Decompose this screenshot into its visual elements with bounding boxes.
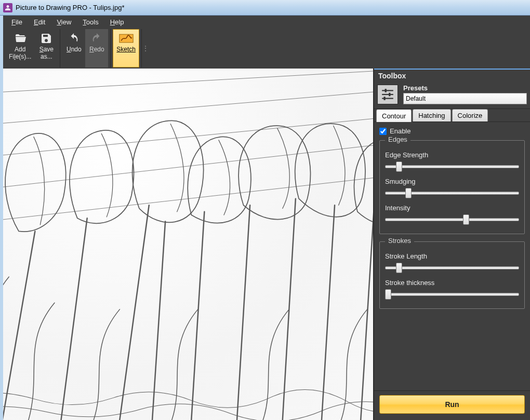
- field-intensity: Intensity: [385, 204, 519, 224]
- redo-label: Redo: [89, 46, 104, 53]
- main-split: Toolbox Presets Default Cont: [3, 69, 530, 420]
- enable-checkbox[interactable]: [379, 128, 387, 135]
- save-icon: [39, 32, 54, 45]
- group-edges-legend: Edges: [385, 136, 410, 143]
- sliders-icon: [381, 88, 394, 101]
- group-strokes: Strokes Stroke Length Stroke thickness: [379, 241, 525, 309]
- slider-intensity[interactable]: [385, 214, 519, 224]
- add-files-label: Add File(s)...: [9, 46, 31, 61]
- run-row: Run: [374, 390, 530, 420]
- menu-file[interactable]: File: [6, 17, 28, 27]
- preset-select[interactable]: Default: [403, 93, 527, 104]
- folder-open-icon: [13, 32, 28, 45]
- tab-contour[interactable]: Contour: [376, 110, 412, 122]
- toolbox-pane: Toolbox Presets Default Cont: [373, 69, 530, 420]
- run-button[interactable]: Run: [379, 395, 525, 414]
- redo-icon: [89, 32, 104, 45]
- svg-rect-17: [382, 93, 393, 94]
- field-stroke-thickness: Stroke thickness: [385, 279, 519, 299]
- presets-label: Presets: [403, 84, 527, 92]
- slider-smudging[interactable]: [385, 187, 519, 198]
- sketch-label: Sketch: [116, 46, 136, 53]
- slider-stroke-thickness[interactable]: [385, 289, 519, 299]
- toolbar-grip[interactable]: [144, 29, 147, 67]
- label-stroke-length: Stroke Length: [385, 252, 519, 260]
- redo-button[interactable]: Redo: [85, 29, 108, 67]
- save-as-button[interactable]: Save as...: [35, 29, 58, 67]
- save-as-label: Save as...: [39, 46, 54, 61]
- undo-icon: [67, 32, 81, 45]
- enable-label: Enable: [390, 127, 410, 135]
- undo-label: Undo: [67, 46, 82, 53]
- svg-line-3: [3, 114, 373, 160]
- window-title: Picture to Drawing PRO - Tulips.jpg*: [16, 4, 125, 11]
- presets-icon-button[interactable]: [377, 85, 398, 104]
- sketch-button[interactable]: Sketch: [113, 29, 139, 67]
- group-strokes-legend: Strokes: [385, 237, 414, 245]
- slider-edge-strength[interactable]: [385, 161, 519, 171]
- field-edge-strength: Edge Strength: [385, 151, 519, 171]
- tab-hatching-label: Hatching: [418, 112, 445, 119]
- tab-hatching[interactable]: Hatching: [413, 109, 451, 121]
- menu-edit[interactable]: Edit: [29, 17, 50, 27]
- undo-button[interactable]: Undo: [62, 29, 85, 67]
- svg-line-2: [3, 88, 373, 127]
- menu-tools[interactable]: Tools: [77, 17, 103, 27]
- svg-rect-15: [382, 90, 393, 91]
- tab-contour-label: Contour: [382, 112, 406, 120]
- field-smudging: Smudging: [385, 178, 519, 198]
- sketch-drawing: [3, 69, 373, 420]
- svg-line-6: [3, 231, 35, 420]
- field-stroke-length: Stroke Length: [385, 252, 519, 273]
- svg-line-9: [152, 222, 165, 420]
- menu-help[interactable]: Help: [105, 17, 129, 27]
- preset-selected-value: Default: [406, 95, 426, 102]
- label-edge-strength: Edge Strength: [385, 151, 519, 159]
- presets-row: Presets Default: [374, 82, 530, 109]
- run-label: Run: [445, 400, 459, 409]
- add-files-button[interactable]: Add File(s)...: [5, 29, 35, 67]
- svg-line-11: [237, 205, 250, 420]
- svg-line-8: [120, 205, 149, 420]
- group-edges: Edges Edge Strength Smudging: [379, 140, 525, 234]
- app-icon: [3, 3, 12, 12]
- slider-stroke-length[interactable]: [385, 262, 519, 273]
- menu-view[interactable]: View: [51, 17, 76, 27]
- titlebar: Picture to Drawing PRO - Tulips.jpg*: [0, 0, 530, 16]
- tab-colorize[interactable]: Colorize: [452, 109, 488, 121]
- toolbar: Add File(s)... Save as... Undo: [3, 28, 530, 69]
- tab-content: Enable Edges Edge Strength Smudging: [374, 122, 530, 390]
- svg-line-13: [322, 205, 335, 420]
- menubar: File Edit View Tools Help: [3, 16, 530, 28]
- toolbox-header: Toolbox: [374, 69, 530, 82]
- label-intensity: Intensity: [385, 204, 519, 212]
- toolbox-tabs: Contour Hatching Colorize: [374, 109, 530, 122]
- tab-colorize-label: Colorize: [458, 112, 483, 119]
- app-body: File Edit View Tools Help Add File(s)...: [0, 16, 530, 420]
- svg-rect-18: [389, 92, 390, 96]
- svg-rect-16: [385, 89, 387, 92]
- canvas-pane: [3, 69, 373, 420]
- label-stroke-thickness: Stroke thickness: [385, 279, 519, 287]
- svg-line-7: [61, 218, 87, 420]
- enable-row[interactable]: Enable: [379, 127, 525, 135]
- svg-line-1: [3, 69, 373, 94]
- svg-rect-20: [383, 97, 385, 100]
- sketch-icon: [119, 32, 134, 45]
- image-canvas[interactable]: [3, 69, 373, 420]
- label-smudging: Smudging: [385, 178, 519, 185]
